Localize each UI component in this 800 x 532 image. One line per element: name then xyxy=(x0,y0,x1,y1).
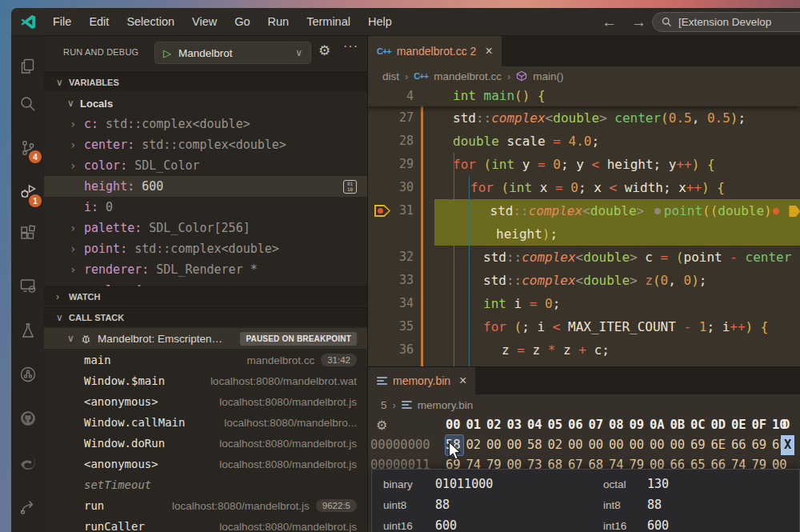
decoded-char[interactable]: X xyxy=(781,435,794,455)
hex-byte[interactable]: 69 xyxy=(690,435,711,455)
hex-byte[interactable]: 6E xyxy=(711,435,732,455)
menu-item-terminal[interactable]: Terminal xyxy=(298,8,359,35)
paused-on-breakpoint-badge: PAUSED ON BREAKPOINT xyxy=(240,332,357,346)
variable-row[interactable]: i: 0 xyxy=(44,197,367,218)
locals-scope-row[interactable]: ∨ Locals xyxy=(44,93,367,114)
breadcrumb-file[interactable]: memory.bin xyxy=(418,399,474,411)
variable-row[interactable]: ›color: SDL_Color xyxy=(44,155,367,176)
variable-row[interactable]: ›palette: SDL_Color[256] xyxy=(44,218,367,238)
variable-value: SDL_Renderer * xyxy=(149,262,257,277)
activity-github[interactable] xyxy=(11,401,44,436)
forward-arrow-icon[interactable]: → xyxy=(630,14,648,31)
activity-live-share[interactable] xyxy=(11,488,44,523)
hex-byte[interactable]: 00 xyxy=(670,435,691,455)
code-area[interactable]: 27std::complex<double> center(0.5, 0.5);… xyxy=(368,106,800,366)
stack-frame[interactable]: runlocalhost:8080/mandelbrot.js9622:5 xyxy=(44,495,367,516)
activity-source-control[interactable]: 4 xyxy=(11,130,44,166)
breakpoint-current-icon[interactable] xyxy=(374,205,390,217)
git-modified-bar xyxy=(421,130,423,153)
stack-frame[interactable]: Window.$mainlocalhost:8080/mandelbrot.wa… xyxy=(44,370,367,391)
hex-byte[interactable]: 00 xyxy=(609,435,630,455)
hex-byte[interactable]: 00 xyxy=(507,435,528,455)
more-actions-icon[interactable]: ··· xyxy=(343,39,358,54)
inspector-value: 01011000 xyxy=(435,477,603,491)
frame-source: localhost:8080/mandelbrot.js xyxy=(219,396,357,408)
tab-mandelbrot-cc[interactable]: C++ mandelbrot.cc 2 × xyxy=(368,36,502,66)
menu-item-selection[interactable]: Selection xyxy=(118,8,183,35)
hex-byte[interactable]: 69 xyxy=(752,435,773,455)
inspector-label: binary xyxy=(383,478,435,490)
hex-byte[interactable]: 02 xyxy=(466,435,487,455)
activity-dependency-graph[interactable] xyxy=(11,357,44,392)
activity-extensions[interactable] xyxy=(11,216,44,251)
variable-row[interactable]: ›center: std::complex<double> xyxy=(44,134,367,155)
breadcrumb-file[interactable]: mandelbrot.cc xyxy=(434,70,502,82)
variable-name: c: xyxy=(84,117,98,131)
panel-breadcrumb: 5 › memory.bin xyxy=(368,394,800,415)
variable-row[interactable]: height: 60001 10 xyxy=(44,176,367,197)
close-icon[interactable]: × xyxy=(459,374,466,388)
variable-row[interactable]: ›renderer: SDL_Renderer * xyxy=(44,259,367,280)
breadcrumb-symbol[interactable]: main() xyxy=(533,70,563,82)
watch-section-header[interactable]: › WATCH xyxy=(44,286,367,306)
menu-item-go[interactable]: Go xyxy=(226,8,258,35)
hex-byte[interactable]: 02 xyxy=(548,435,569,455)
start-debug-icon[interactable]: ▷ xyxy=(163,47,171,59)
variable-value: std::complex<double> xyxy=(98,117,250,131)
hex-byte[interactable]: 00 xyxy=(630,435,650,455)
close-icon[interactable]: × xyxy=(485,44,492,58)
activity-edge-browser[interactable] xyxy=(11,445,44,480)
activity-run-debug[interactable]: 1 xyxy=(11,174,44,210)
breadcrumb-folder[interactable]: dist xyxy=(382,70,399,82)
line-number: 27 xyxy=(368,106,414,130)
stack-frame[interactable]: runCallerlocalhost:8080/mandelbrot.js xyxy=(44,516,367,532)
activity-search[interactable] xyxy=(11,86,44,122)
inspector-value: 88 xyxy=(647,498,799,512)
debug-config-dropdown[interactable]: ▷ Mandelbrot ∨ xyxy=(154,42,311,64)
menu-item-edit[interactable]: Edit xyxy=(80,8,118,35)
variables-section-header[interactable]: ∨ VARIABLES xyxy=(44,72,367,91)
activity-testing[interactable] xyxy=(11,313,44,348)
menu-item-file[interactable]: File xyxy=(44,8,80,35)
breadcrumb-prefix[interactable]: 5 xyxy=(381,399,387,411)
tab-memory-bin[interactable]: memory.bin × xyxy=(368,367,475,394)
frame-name: setTimeout xyxy=(84,478,151,491)
binary-view-icon[interactable]: 01 10 xyxy=(343,180,357,194)
stack-frame[interactable]: setTimeout xyxy=(44,474,367,495)
hex-byte[interactable]: 00 xyxy=(568,435,589,455)
stack-frame[interactable]: Window.doRunlocalhost:8080/mandelbrot.js xyxy=(44,433,367,454)
back-arrow-icon[interactable]: ← xyxy=(600,14,618,31)
debug-config-name: Mandelbrot xyxy=(178,47,288,59)
frame-source: mandelbrot.cc xyxy=(246,354,314,366)
line-number: 35 xyxy=(368,315,414,338)
activity-explorer[interactable] xyxy=(11,49,44,84)
git-modified-bar xyxy=(421,292,423,315)
hex-byte[interactable]: 00 xyxy=(486,435,507,455)
hex-byte[interactable]: 58 xyxy=(527,435,548,455)
call-stack-section-header[interactable]: ∨ CALL STACK xyxy=(44,307,367,326)
stack-frame[interactable]: mainmandelbrot.cc31:42 xyxy=(44,350,367,370)
menu-item-help[interactable]: Help xyxy=(359,8,401,35)
hex-byte[interactable]: 00 xyxy=(589,435,610,455)
code-line: 34int i = 0; xyxy=(368,292,800,315)
frame-name: Window.callMain xyxy=(84,416,185,429)
sticky-scroll-line[interactable]: 4int main() { xyxy=(368,86,800,106)
hex-col-header: 0B xyxy=(670,415,691,435)
remote-explorer-icon xyxy=(18,276,38,295)
graph-circle-icon xyxy=(18,365,38,384)
stack-frame[interactable]: <anonymous>localhost:8080/mandelbrot.js xyxy=(44,391,367,412)
chevron-right-icon: › xyxy=(405,70,408,82)
command-search-box[interactable]: [Extension Develop xyxy=(652,12,800,32)
activity-remote-explorer[interactable] xyxy=(11,268,44,303)
debug-settings-gear-icon[interactable]: ⚙ xyxy=(318,42,330,59)
variable-row[interactable]: ›point: std::complex<double> xyxy=(44,238,367,259)
debug-session-row[interactable]: ∨ Mandelbrot: Emscripten… PAUSED ON BREA… xyxy=(44,328,367,349)
variable-row[interactable]: ›c: std::complex<double> xyxy=(44,114,367,134)
menu-item-view[interactable]: View xyxy=(183,8,226,35)
hex-byte[interactable]: 00 xyxy=(650,435,670,455)
hex-byte[interactable]: 66 xyxy=(731,435,752,455)
stack-frame[interactable]: <anonymous>localhost:8080/mandelbrot.js xyxy=(44,454,367,474)
menu-item-run[interactable]: Run xyxy=(259,8,298,35)
hex-settings-gear-icon[interactable]: ⚙ xyxy=(376,418,387,433)
stack-frame[interactable]: Window.callMainlocalhost:8080/mandelbro.… xyxy=(44,412,367,433)
